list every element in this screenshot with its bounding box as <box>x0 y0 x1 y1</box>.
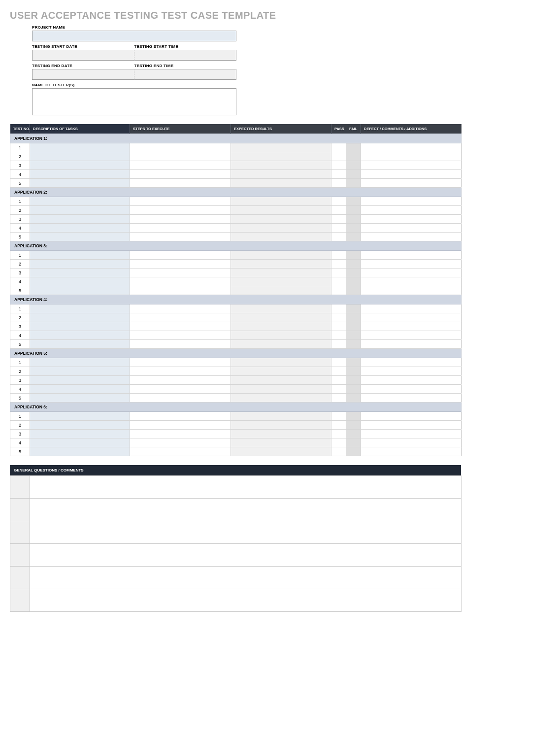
fail-cell[interactable] <box>346 277 361 286</box>
desc-cell[interactable] <box>30 322 130 331</box>
fail-cell[interactable] <box>346 358 361 367</box>
fail-cell[interactable] <box>346 224 361 233</box>
pass-cell[interactable] <box>331 268 346 277</box>
desc-cell[interactable] <box>30 438 130 447</box>
expected-cell[interactable] <box>231 358 331 367</box>
expected-cell[interactable] <box>231 215 331 224</box>
defect-cell[interactable] <box>361 161 461 170</box>
pass-cell[interactable] <box>331 152 346 161</box>
steps-cell[interactable] <box>130 268 231 277</box>
fail-cell[interactable] <box>346 233 361 241</box>
expected-cell[interactable] <box>231 251 331 260</box>
testers-input[interactable] <box>32 88 236 115</box>
defect-cell[interactable] <box>361 313 461 322</box>
desc-cell[interactable] <box>30 304 130 313</box>
fail-cell[interactable] <box>346 331 361 340</box>
defect-cell[interactable] <box>361 170 461 179</box>
fail-cell[interactable] <box>346 376 361 385</box>
defect-cell[interactable] <box>361 385 461 394</box>
steps-cell[interactable] <box>130 412 231 421</box>
gq-label-cell[interactable] <box>10 567 30 589</box>
fail-cell[interactable] <box>346 170 361 179</box>
expected-cell[interactable] <box>231 224 331 233</box>
defect-cell[interactable] <box>361 447 461 456</box>
fail-cell[interactable] <box>346 394 361 403</box>
steps-cell[interactable] <box>130 438 231 447</box>
pass-cell[interactable] <box>331 143 346 152</box>
defect-cell[interactable] <box>361 197 461 206</box>
gq-label-cell[interactable] <box>10 499 30 521</box>
pass-cell[interactable] <box>331 215 346 224</box>
defect-cell[interactable] <box>361 233 461 241</box>
pass-cell[interactable] <box>331 358 346 367</box>
steps-cell[interactable] <box>130 260 231 268</box>
desc-cell[interactable] <box>30 430 130 438</box>
pass-cell[interactable] <box>331 170 346 179</box>
end-time-input[interactable] <box>134 69 237 80</box>
fail-cell[interactable] <box>346 322 361 331</box>
pass-cell[interactable] <box>331 179 346 188</box>
expected-cell[interactable] <box>231 152 331 161</box>
steps-cell[interactable] <box>130 233 231 241</box>
defect-cell[interactable] <box>361 286 461 295</box>
pass-cell[interactable] <box>331 277 346 286</box>
pass-cell[interactable] <box>331 412 346 421</box>
gq-comment-cell[interactable] <box>30 521 461 544</box>
defect-cell[interactable] <box>361 179 461 188</box>
fail-cell[interactable] <box>346 179 361 188</box>
steps-cell[interactable] <box>130 331 231 340</box>
end-date-input[interactable] <box>32 69 134 80</box>
defect-cell[interactable] <box>361 412 461 421</box>
pass-cell[interactable] <box>331 260 346 268</box>
defect-cell[interactable] <box>361 430 461 438</box>
fail-cell[interactable] <box>346 447 361 456</box>
defect-cell[interactable] <box>361 394 461 403</box>
defect-cell[interactable] <box>361 367 461 376</box>
pass-cell[interactable] <box>331 206 346 215</box>
defect-cell[interactable] <box>361 358 461 367</box>
steps-cell[interactable] <box>130 394 231 403</box>
expected-cell[interactable] <box>231 438 331 447</box>
steps-cell[interactable] <box>130 224 231 233</box>
desc-cell[interactable] <box>30 143 130 152</box>
gq-comment-cell[interactable] <box>30 499 461 521</box>
steps-cell[interactable] <box>130 421 231 430</box>
expected-cell[interactable] <box>231 170 331 179</box>
desc-cell[interactable] <box>30 394 130 403</box>
pass-cell[interactable] <box>331 322 346 331</box>
gq-label-cell[interactable] <box>10 476 30 499</box>
desc-cell[interactable] <box>30 331 130 340</box>
desc-cell[interactable] <box>30 412 130 421</box>
pass-cell[interactable] <box>331 233 346 241</box>
fail-cell[interactable] <box>346 251 361 260</box>
expected-cell[interactable] <box>231 143 331 152</box>
pass-cell[interactable] <box>331 430 346 438</box>
steps-cell[interactable] <box>130 143 231 152</box>
defect-cell[interactable] <box>361 143 461 152</box>
pass-cell[interactable] <box>331 251 346 260</box>
pass-cell[interactable] <box>331 304 346 313</box>
fail-cell[interactable] <box>346 367 361 376</box>
defect-cell[interactable] <box>361 331 461 340</box>
expected-cell[interactable] <box>231 233 331 241</box>
defect-cell[interactable] <box>361 340 461 349</box>
pass-cell[interactable] <box>331 394 346 403</box>
steps-cell[interactable] <box>130 340 231 349</box>
pass-cell[interactable] <box>331 421 346 430</box>
expected-cell[interactable] <box>231 197 331 206</box>
expected-cell[interactable] <box>231 206 331 215</box>
steps-cell[interactable] <box>130 447 231 456</box>
gq-comment-cell[interactable] <box>30 589 461 612</box>
desc-cell[interactable] <box>30 197 130 206</box>
expected-cell[interactable] <box>231 394 331 403</box>
gq-comment-cell[interactable] <box>30 476 461 499</box>
steps-cell[interactable] <box>130 286 231 295</box>
steps-cell[interactable] <box>130 206 231 215</box>
desc-cell[interactable] <box>30 447 130 456</box>
steps-cell[interactable] <box>130 277 231 286</box>
fail-cell[interactable] <box>346 313 361 322</box>
steps-cell[interactable] <box>130 430 231 438</box>
fail-cell[interactable] <box>346 152 361 161</box>
expected-cell[interactable] <box>231 277 331 286</box>
desc-cell[interactable] <box>30 358 130 367</box>
